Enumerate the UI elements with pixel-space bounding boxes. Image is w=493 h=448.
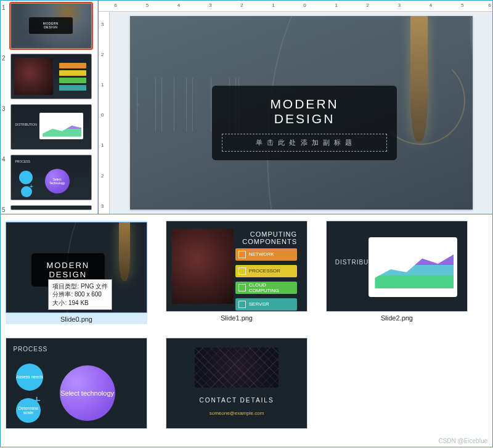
main-slide[interactable]: MODERN DESIGN 单 击 此 处 添 加 副 标 题 (130, 16, 473, 210)
file-thumbnail[interactable]: CONTACT DETAILS someone@example.com (166, 338, 308, 429)
file-item-slide3[interactable]: PROCESS Assess needs + Determine scale S… (6, 338, 147, 429)
tag-cloud: CLOUD COMPUTING (235, 282, 297, 294)
process-label: PROCESS (13, 346, 47, 352)
tag-processor: PROCESSOR (235, 265, 297, 277)
circuit-graphic (172, 229, 234, 304)
tooltip-line: 分辨率: 800 x 600 (52, 290, 108, 299)
tag-network: NETWORK (235, 248, 297, 261)
slide-preview[interactable] (10, 54, 92, 99)
vertical-ruler: 3 2 1 0 1 2 3 (99, 12, 110, 214)
file-name: Slide2.png (381, 314, 413, 322)
file-name: Slide1.png (221, 314, 253, 322)
slide-preview[interactable]: PROCESS + Select Technology (10, 155, 92, 200)
area-chart-graphic (369, 237, 457, 296)
slide-thumb-5[interactable]: 5 (1, 203, 97, 214)
lightbulb-graphic (119, 222, 130, 281)
tooltip-line: 大小: 194 KB (52, 299, 108, 307)
distribution-label: DISTRIBUTION (15, 123, 37, 126)
slide-number: 3 (2, 104, 10, 150)
file-item-slide2[interactable]: DISTRIBUTION Slide2.png (326, 221, 468, 322)
bubble-label: Select Technology (45, 169, 70, 193)
tooltip-line: 项目类型: PNG 文件 (52, 282, 108, 291)
components-heading: COMPUTINGCOMPONENTS (242, 230, 297, 245)
bubble-scale: Determine scale (16, 398, 41, 423)
process-label: PROCESS (15, 160, 30, 163)
bubble-graphic (21, 186, 32, 197)
slide-title-text: MODERNDESIGN (29, 17, 73, 34)
slide-thumb-2[interactable]: 2 (1, 51, 97, 102)
tag-server: SERVER (235, 298, 297, 311)
file-item-slide1[interactable]: COMPUTINGCOMPONENTS NETWORK PROCESSOR CL… (166, 221, 308, 322)
file-item-slide4[interactable]: CONTACT DETAILS someone@example.com (166, 338, 308, 429)
contact-heading: CONTACT DETAILS (166, 397, 307, 404)
contact-email: someone@example.com (166, 410, 307, 416)
slide-thumb-4[interactable]: 4 PROCESS + Select Technology (1, 152, 97, 203)
slide-thumbnail-panel[interactable]: 1 MODERNDESIGN 2 3 DISTRIBUTION 4 (1, 1, 98, 214)
tag-list: NETWORK PROCESSOR CLOUD COMPUTING SERVER (235, 248, 297, 311)
file-thumbnail[interactable]: COMPUTINGCOMPONENTS NETWORK PROCESSOR CL… (166, 221, 308, 312)
file-thumbnail[interactable]: DISTRIBUTION (326, 221, 468, 312)
slide-preview[interactable]: MODERNDESIGN (10, 3, 92, 49)
subtitle-placeholder[interactable]: 单 击 此 处 添 加 副 标 题 (222, 134, 387, 152)
title-line2: DESIGN (219, 112, 389, 126)
bubble-select: Select technology (60, 365, 115, 421)
file-name: Slide0.png (60, 316, 92, 323)
file-tooltip: 项目类型: PNG 文件 分辨率: 800 x 600 大小: 194 KB (48, 279, 112, 311)
slide-canvas-area[interactable]: MODERN DESIGN 单 击 此 处 添 加 副 标 题 (110, 12, 492, 214)
slide-number: 1 (2, 3, 10, 49)
slide-editor: 6 5 4 3 2 1 0 1 2 3 4 5 6 3 2 1 0 1 2 3 (98, 1, 492, 214)
slide-number: 2 (2, 54, 10, 99)
title-placeholder[interactable]: MODERN DESIGN 单 击 此 处 添 加 副 标 题 (212, 86, 397, 160)
file-item-slide0[interactable]: MODERNDESIGN 项目类型: PNG 文件 分辨率: 800 x 600… (6, 221, 147, 324)
watermark-text: CSDN @Eiceblue (438, 438, 487, 444)
slide-preview[interactable] (10, 205, 92, 210)
file-thumbnail[interactable]: MODERNDESIGN 项目类型: PNG 文件 分辨率: 800 x 600… (6, 222, 147, 313)
horizontal-ruler: 6 5 4 3 2 1 0 1 2 3 4 5 6 (99, 1, 492, 12)
circuit-graphic (14, 58, 52, 95)
file-thumbnail[interactable]: PROCESS Assess needs + Determine scale S… (6, 338, 147, 429)
title-line1: MODERN (219, 97, 389, 112)
powerpoint-editor: 1 MODERNDESIGN 2 3 DISTRIBUTION 4 (0, 0, 493, 214)
file-explorer[interactable]: MODERNDESIGN 项目类型: PNG 文件 分辨率: 800 x 600… (0, 214, 493, 447)
bubble-assess: Assess needs (16, 364, 43, 391)
slide-number: 4 (2, 155, 10, 200)
network-graphic (195, 348, 279, 388)
slide-preview[interactable]: DISTRIBUTION (10, 104, 92, 150)
area-chart-graphic (39, 113, 84, 139)
slide-thumb-3[interactable]: 3 DISTRIBUTION (1, 102, 97, 152)
tag-list (59, 63, 86, 91)
slide-thumb-1[interactable]: 1 MODERNDESIGN (1, 1, 97, 51)
lightbulb-graphic (410, 16, 428, 142)
slide-number: 5 (2, 205, 10, 213)
